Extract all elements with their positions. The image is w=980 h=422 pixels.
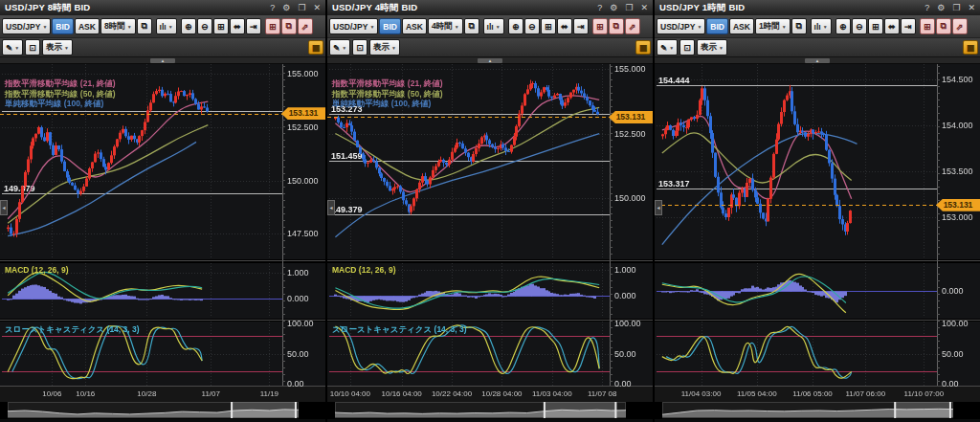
chevron-down-icon: ▼ <box>697 24 702 30</box>
pair-select[interactable]: USD/JPY ▼ <box>657 18 705 34</box>
duplicate-chart-button[interactable]: ⧉ <box>281 18 297 34</box>
zoom-out-button[interactable]: ⊖ <box>524 18 540 34</box>
pair-select[interactable]: USD/JPY ▼ <box>2 18 51 34</box>
chart-area: 153.131 ◂ <box>655 64 980 422</box>
current-price-tag: 153.131 <box>936 199 980 211</box>
new-order-from-chart-button[interactable]: ⊞ <box>920 18 935 34</box>
window-titlebar[interactable]: USD/JPY 1時間 BID ? ⚙ ❐ ✕ <box>655 0 980 15</box>
duplicate-chart-button[interactable]: ⧉ <box>609 18 624 34</box>
popout-chart-button[interactable]: ⇗ <box>625 18 640 34</box>
display-menu-button[interactable]: 表示 ▼ <box>42 39 73 56</box>
fit-width-button[interactable]: ⬌ <box>230 18 245 34</box>
restore-window-icon[interactable]: ❐ <box>298 0 305 15</box>
price-chart-canvas[interactable] <box>0 64 325 419</box>
scroll-left-button[interactable]: ◂ <box>327 200 335 215</box>
jump-to-latest-button[interactable]: ⇥ <box>573 18 589 34</box>
chart-workspace: USD/JPY 8時間 BID ? ⚙ ❐ ✕ USD/JPY ▼ BID AS… <box>0 0 980 422</box>
draw-tool-select[interactable]: ✎ ▼ <box>2 39 23 56</box>
jump-to-latest-button[interactable]: ⇥ <box>901 18 916 34</box>
duplicate-chart-button[interactable]: ⧉ <box>936 18 951 34</box>
fit-width-button[interactable]: ⬌ <box>557 18 572 34</box>
fit-width-button[interactable]: ⬌ <box>884 18 900 34</box>
ask-button[interactable]: ASK <box>402 18 427 34</box>
collapse-handle[interactable]: ▴ <box>150 58 175 63</box>
jump-to-latest-button[interactable]: ⇥ <box>246 18 261 34</box>
timeframe-select[interactable]: 8時間 ▼ <box>100 18 136 34</box>
window-title: USD/JPY 8時間 BID <box>5 2 262 14</box>
chevron-down-icon: ▼ <box>782 24 787 30</box>
stamp-button[interactable]: ⊡ <box>679 39 695 56</box>
bid-button[interactable]: BID <box>52 18 74 34</box>
bid-button[interactable]: BID <box>379 18 401 34</box>
settings-gear-icon[interactable]: ⚙ <box>610 0 617 15</box>
chart-type-select[interactable]: ılı ▼ <box>811 18 832 34</box>
window-title: USD/JPY 4時間 BID <box>332 2 590 14</box>
chart-window: USD/JPY 1時間 BID ? ⚙ ❐ ✕ USD/JPY ▼ BID AS… <box>655 0 980 422</box>
help-icon[interactable]: ? <box>597 0 602 15</box>
help-icon[interactable]: ? <box>270 0 275 15</box>
bid-button[interactable]: BID <box>706 18 728 34</box>
zoom-out-button[interactable]: ⊖ <box>197 18 212 34</box>
timeframe-value: 4時間 <box>432 21 453 33</box>
compare-symbol-button[interactable]: ⧉ <box>791 18 807 34</box>
chart-toolbar-row2: ✎ ▼ ⊡ 表示 ▼ ▦ <box>0 38 325 56</box>
ask-button[interactable]: ASK <box>729 18 754 34</box>
close-icon[interactable]: ✕ <box>968 0 975 15</box>
timeframe-select[interactable]: 4時間 ▼ <box>428 18 463 34</box>
pair-select[interactable]: USD/JPY ▼ <box>329 18 378 34</box>
stamp-button[interactable]: ⊡ <box>25 39 40 56</box>
zoom-in-button[interactable]: ⊕ <box>508 18 523 34</box>
scroll-left-button[interactable]: ◂ <box>0 200 8 215</box>
draw-tool-select[interactable]: ✎ ▼ <box>329 39 350 56</box>
close-icon[interactable]: ✕ <box>313 0 321 15</box>
collapse-handle[interactable]: ▴ <box>478 58 502 63</box>
popout-chart-button[interactable]: ⇗ <box>952 18 968 34</box>
new-order-from-chart-button[interactable]: ⊞ <box>265 18 280 34</box>
timeframe-value: 1時間 <box>759 21 780 33</box>
chevron-down-icon: ▼ <box>669 45 674 51</box>
scroll-left-button[interactable]: ◂ <box>655 200 662 215</box>
draw-tool-select[interactable]: ✎ ▼ <box>657 39 678 56</box>
collapse-handle[interactable]: ▴ <box>805 58 830 63</box>
tile-layout-button[interactable]: ▦ <box>963 40 978 55</box>
price-chart-canvas[interactable] <box>655 64 980 419</box>
toolbar-collapse-divider: ▴ <box>327 56 653 64</box>
price-chart-canvas[interactable] <box>327 64 653 419</box>
restore-window-icon[interactable]: ❐ <box>625 0 633 15</box>
chevron-down-icon: ▼ <box>64 45 69 51</box>
display-menu-button[interactable]: 表示 ▼ <box>697 39 727 56</box>
zoom-in-button[interactable]: ⊕ <box>835 18 851 34</box>
chart-toolbar-row2: ✎ ▼ ⊡ 表示 ▼ ▦ <box>655 38 980 56</box>
settings-gear-icon[interactable]: ⚙ <box>937 0 945 15</box>
ask-button[interactable]: ASK <box>75 18 100 34</box>
tile-layout-button[interactable]: ▦ <box>308 40 323 55</box>
compare-symbol-button[interactable]: ⧉ <box>137 18 152 34</box>
window-titlebar[interactable]: USD/JPY 8時間 BID ? ⚙ ❐ ✕ <box>0 0 325 15</box>
help-icon[interactable]: ? <box>924 0 929 15</box>
chart-type-select[interactable]: ılı ▼ <box>156 18 177 34</box>
fit-chart-button[interactable]: ⊞ <box>868 18 883 34</box>
new-order-from-chart-button[interactable]: ⊞ <box>592 18 608 34</box>
settings-gear-icon[interactable]: ⚙ <box>282 0 290 15</box>
chart-area: 指数平滑移動平均線 (21, 終値) 指数平滑移動平均線 (50, 終値) 単純… <box>327 64 653 422</box>
zoom-in-button[interactable]: ⊕ <box>181 18 196 34</box>
popout-chart-button[interactable]: ⇗ <box>298 18 313 34</box>
restore-window-icon[interactable]: ❐ <box>952 0 960 15</box>
chart-toolbar-row1: USD/JPY ▼ BID ASK 8時間 ▼ ⧉ ılı ▼ ⊕ ⊖ ⊞ ⬌ <box>0 15 325 38</box>
display-menu-button[interactable]: 表示 ▼ <box>369 39 400 56</box>
chart-type-select[interactable]: ılı ▼ <box>483 18 504 34</box>
tile-layout-button[interactable]: ▦ <box>635 40 651 55</box>
display-label: 表示 <box>701 42 717 54</box>
chart-window: USD/JPY 8時間 BID ? ⚙ ❐ ✕ USD/JPY ▼ BID AS… <box>0 0 325 422</box>
timeframe-select[interactable]: 1時間 ▼ <box>755 18 791 34</box>
chart-toolbar-row2: ✎ ▼ ⊡ 表示 ▼ ▦ <box>327 38 653 56</box>
fit-chart-button[interactable]: ⊞ <box>213 18 229 34</box>
stamp-button[interactable]: ⊡ <box>352 39 368 56</box>
chart-toolbar-row1: USD/JPY ▼ BID ASK 4時間 ▼ ⧉ ılı ▼ ⊕ ⊖ ⊞ ⬌ <box>327 15 653 38</box>
zoom-out-button[interactable]: ⊖ <box>852 18 867 34</box>
window-titlebar[interactable]: USD/JPY 4時間 BID ? ⚙ ❐ ✕ <box>327 0 653 15</box>
fit-chart-button[interactable]: ⊞ <box>541 18 556 34</box>
chart-area: 指数平滑移動平均線 (21, 終値) 指数平滑移動平均線 (50, 終値) 単純… <box>0 64 325 422</box>
close-icon[interactable]: ✕ <box>640 0 648 15</box>
compare-symbol-button[interactable]: ⧉ <box>464 18 479 34</box>
